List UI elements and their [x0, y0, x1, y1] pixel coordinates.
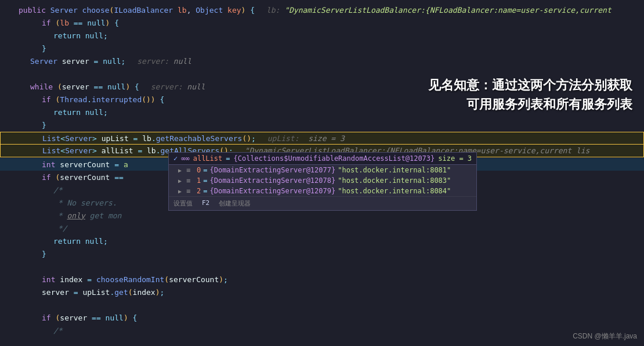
code-line-empty: [0, 260, 644, 273]
debug-popup-row-0[interactable]: ▶ ≡ 0 = {DomainExtractingServer@12077} "…: [169, 165, 476, 175]
code-area: public Server choose(ILoadBalancer lb, O…: [0, 0, 644, 346]
code-line: public Server choose(ILoadBalancer lb, O…: [0, 3, 644, 16]
debug-index-2: 2: [197, 187, 201, 195]
code-line-empty2: [0, 298, 644, 311]
code-line: if (lb == null) {: [0, 16, 644, 29]
debug-popup-footer[interactable]: 设置值 F2 创建呈现器: [169, 196, 476, 210]
check-icon: ✓: [173, 154, 178, 163]
code-line: }: [0, 118, 644, 131]
debug-eq-1: =: [203, 176, 207, 185]
debug-eq-0: =: [203, 166, 207, 174]
annotation-line2: 可用服务列表和所有服务列表: [428, 95, 632, 114]
debug-index-0: 0: [197, 166, 201, 174]
debug-index-1: 1: [197, 176, 201, 185]
code-line-comment4: */: [0, 222, 644, 235]
oo-icon: ∞∞: [181, 154, 189, 163]
list-icon-1: ≡: [186, 176, 194, 185]
code-line: Server server = null; server: null: [0, 55, 644, 67]
code-line: }: [0, 42, 644, 55]
debug-val-1: "host.docker.internal:8083": [338, 176, 451, 185]
expand-arrow-2: ▶: [178, 188, 184, 194]
code-line-comment3: * only get mon: [0, 209, 644, 222]
set-value-label[interactable]: 设置值: [173, 199, 193, 208]
debug-popup-row-2[interactable]: ▶ ≡ 2 = {DomainExtractingServer@12079} "…: [169, 186, 476, 196]
code-editor: public Server choose(ILoadBalancer lb, O…: [0, 0, 644, 346]
expand-arrow-1: ▶: [178, 178, 184, 184]
code-line-return2: return null;: [0, 235, 644, 247]
debug-ref-0: {DomainExtractingServer@12077}: [209, 166, 335, 174]
expand-arrow-0: ▶: [178, 167, 184, 174]
debug-popup-header: ✓ ∞∞ allList = {Collections$Unmodifiable…: [169, 153, 476, 165]
debug-popup[interactable]: ✓ ∞∞ allList = {Collections$Unmodifiable…: [168, 152, 477, 211]
annotation-line1: 见名知意：通过这两个方法分别获取: [428, 75, 632, 95]
list-icon-0: ≡: [186, 166, 194, 174]
debug-eq-2: =: [203, 187, 207, 195]
debug-ref-1: {DomainExtractingServer@12078}: [209, 176, 335, 185]
code-line-lastcomment: /*: [0, 324, 644, 337]
code-line-server-assign: server = upList.get(index);: [0, 286, 644, 298]
debug-size: size = 3: [438, 154, 472, 163]
debug-equals: =: [226, 154, 230, 163]
code-line-closebrace2: }: [0, 247, 644, 260]
code-line-isnull: if (server == null) {: [0, 311, 644, 324]
code-line: return null;: [0, 29, 644, 42]
code-line-uplist: List<Server> upList = lb.getReachableSer…: [0, 132, 644, 145]
watermark: CSDN @懒羊羊.java: [573, 331, 637, 341]
debug-ref-2: {DomainExtractingServer@12079}: [209, 187, 335, 195]
set-value-key: F2: [202, 199, 209, 208]
code-line-index: int index = chooseRandomInt(serverCount)…: [0, 273, 644, 286]
debug-class: {Collections$UnmodifiableRandomAccessLis…: [234, 154, 435, 163]
debug-val-0: "host.docker.internal:8081": [338, 166, 451, 174]
create-renderer-label[interactable]: 创建呈现器: [219, 199, 251, 208]
annotation-box: 见名知意：通过这两个方法分别获取 可用服务列表和所有服务列表: [428, 75, 632, 114]
list-icon-2: ≡: [186, 187, 194, 195]
debug-popup-row-1[interactable]: ▶ ≡ 1 = {DomainExtractingServer@12078} "…: [169, 175, 476, 186]
debug-val-2: "host.docker.internal:8084": [338, 187, 451, 195]
debug-var-name: allList: [193, 154, 223, 163]
